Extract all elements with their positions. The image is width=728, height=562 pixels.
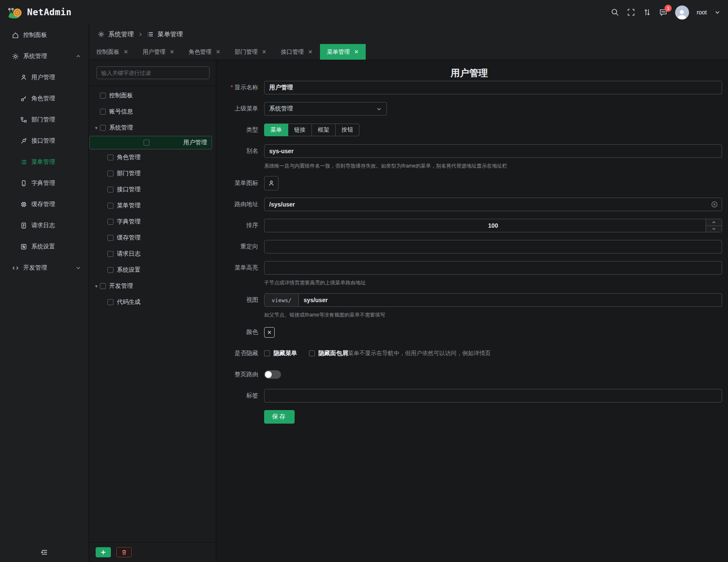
sidebar-item-cache[interactable]: 缓存管理 [0, 194, 88, 215]
menu-icon-picker-button[interactable] [264, 176, 279, 190]
tree-node[interactable]: 请求日志 [89, 246, 216, 262]
sidebar-item-dicts[interactable]: 字典管理 [0, 173, 88, 194]
tree-node[interactable]: 部门管理 [89, 165, 216, 182]
user-icon [268, 180, 275, 187]
close-icon[interactable]: ✕ [124, 49, 128, 55]
messages-icon[interactable]: 3 [659, 8, 667, 17]
tree-node-selected[interactable]: 用户管理 [89, 136, 212, 149]
tab-roles[interactable]: 角色管理✕ [182, 44, 228, 60]
search-icon[interactable] [611, 8, 619, 17]
hide-breadcrumb-option[interactable]: 隐藏面包屑 [309, 350, 348, 357]
chevron-down-icon [376, 106, 382, 112]
tree-node[interactable]: 菜单管理 [89, 198, 216, 214]
sidebar-item-request-logs[interactable]: 请求日志 [0, 215, 88, 236]
type-radio-menu[interactable]: 菜单 [264, 124, 288, 136]
alias-input[interactable] [264, 144, 722, 158]
caret-down-icon[interactable]: ▾ [93, 284, 100, 289]
sidebar-item-users[interactable]: 用户管理 [0, 67, 88, 88]
type-radio-button[interactable]: 按钮 [336, 124, 359, 136]
parent-menu-value: 系统管理 [269, 105, 293, 113]
notification-badge: 3 [665, 5, 672, 12]
tree-node-label: 缓存管理 [117, 234, 141, 242]
checkbox[interactable] [100, 125, 106, 131]
tree-node-label: 系统设置 [117, 266, 141, 274]
checkbox[interactable] [309, 350, 315, 356]
checkbox[interactable] [108, 299, 113, 305]
close-icon[interactable]: ✕ [262, 49, 267, 55]
parent-menu-select[interactable]: 系统管理 [264, 102, 387, 116]
spinner-down-icon[interactable] [706, 226, 722, 232]
breadcrumb-item[interactable]: 系统管理 [108, 30, 134, 39]
spinner-up-icon[interactable] [706, 219, 722, 226]
close-icon[interactable]: ✕ [170, 49, 174, 55]
sidebar-item-dev[interactable]: 开发管理 [0, 257, 88, 278]
fullscreen-icon[interactable] [627, 8, 635, 17]
checkbox[interactable] [108, 235, 113, 241]
tree-node[interactable]: ▾开发管理 [89, 278, 216, 294]
field-label: 是否隐藏 [216, 350, 258, 357]
tree-node[interactable]: 角色管理 [89, 149, 216, 165]
tab-departments[interactable]: 部门管理✕ [228, 44, 274, 60]
delete-menu-button[interactable] [116, 547, 132, 557]
checkbox[interactable] [100, 109, 106, 115]
close-icon[interactable]: ✕ [216, 49, 221, 55]
tag-input[interactable] [264, 389, 722, 402]
avatar[interactable] [675, 6, 689, 19]
user-menu-chevron-down-icon[interactable] [714, 8, 720, 17]
sidebar-item-dashboard[interactable]: 控制面板 [0, 25, 88, 46]
checkbox[interactable] [100, 93, 106, 99]
checkbox[interactable] [100, 283, 106, 289]
hide-breadcrumb-label: 隐藏面包屑 [318, 350, 348, 357]
highlight-input[interactable] [264, 261, 722, 275]
sidebar-item-roles[interactable]: 角色管理 [0, 88, 88, 109]
sidebar-item-departments[interactable]: 部门管理 [0, 109, 88, 130]
sidebar-item-menus[interactable]: 菜单管理 [0, 152, 88, 173]
sidebar-item-settings[interactable]: 系统设置 [0, 236, 88, 257]
sort-arrows-icon[interactable] [643, 8, 651, 17]
clear-icon[interactable] [711, 201, 718, 208]
checkbox[interactable] [108, 187, 113, 193]
add-menu-button[interactable] [96, 547, 111, 557]
checkbox[interactable] [264, 350, 270, 356]
tree-node[interactable]: 账号信息 [89, 104, 216, 120]
sidebar-item-system[interactable]: 系统管理 [0, 46, 88, 67]
checkbox[interactable] [108, 219, 113, 225]
checkbox[interactable] [108, 267, 113, 273]
checkbox[interactable] [108, 251, 113, 257]
tree-node[interactable]: 字典管理 [89, 214, 216, 230]
checkbox[interactable] [108, 203, 113, 209]
close-icon[interactable]: ✕ [308, 49, 313, 55]
type-radio-link[interactable]: 链接 [288, 124, 312, 136]
tab-dashboard[interactable]: 控制面板✕ [89, 44, 135, 60]
tree-filter-input[interactable] [97, 66, 210, 79]
tab-users[interactable]: 用户管理✕ [135, 44, 182, 60]
route-input[interactable] [264, 198, 722, 211]
caret-down-icon[interactable]: ▾ [93, 125, 100, 131]
tree-node[interactable]: 控制面板 [89, 88, 216, 104]
username[interactable]: root [697, 9, 707, 16]
full-route-toggle[interactable] [264, 370, 281, 379]
tab-apis[interactable]: 接口管理✕ [274, 44, 320, 60]
checkbox[interactable] [143, 140, 149, 146]
tree-node[interactable]: 代码生成 [89, 294, 216, 310]
tree-node[interactable]: ▾系统管理 [89, 120, 216, 136]
close-icon[interactable]: ✕ [354, 49, 359, 55]
display-name-input[interactable] [264, 81, 722, 94]
view-input[interactable] [299, 294, 722, 306]
tree-node[interactable]: 系统设置 [89, 262, 216, 278]
checkbox[interactable] [108, 154, 113, 160]
tree-node-label: 字典管理 [117, 218, 141, 226]
type-radio-iframe[interactable]: 框架 [312, 124, 336, 136]
hide-menu-option[interactable]: 隐藏菜单 [264, 350, 297, 357]
save-button[interactable]: 保存 [264, 410, 295, 424]
tree-node[interactable]: 缓存管理 [89, 230, 216, 246]
tree-node[interactable]: 接口管理 [89, 182, 216, 198]
sort-input[interactable] [264, 219, 722, 232]
checkbox[interactable] [108, 171, 113, 176]
sidebar-collapse-icon[interactable] [41, 548, 48, 556]
tab-bar: 控制面板✕ 用户管理✕ 角色管理✕ 部门管理✕ 接口管理✕ 菜单管理✕ [89, 44, 728, 60]
tab-menus[interactable]: 菜单管理✕ [320, 44, 366, 60]
redirect-input[interactable] [264, 240, 722, 253]
color-picker-button[interactable]: ✕ [264, 327, 275, 338]
sidebar-item-apis[interactable]: 接口管理 [0, 130, 88, 152]
